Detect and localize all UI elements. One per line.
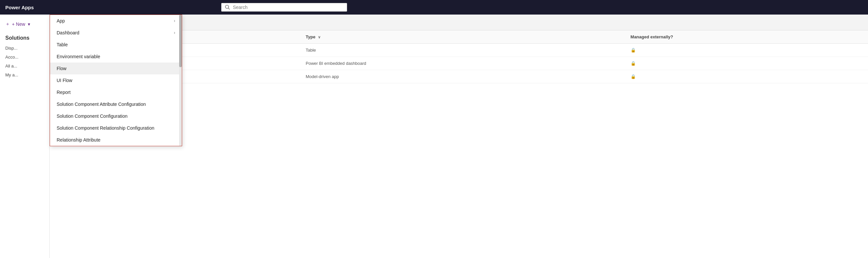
new-button[interactable]: ＋ + New ▾: [0, 19, 49, 30]
dropdown-item-label: Environment variable: [57, 54, 100, 59]
dropdown-item-solution-component-relationship-configuration[interactable]: Solution Component Relationship Configur…: [50, 122, 182, 134]
dropdown-item-flow[interactable]: Flow: [50, 63, 182, 74]
search-icon: [225, 5, 230, 10]
chevron-down-icon: ▾: [28, 22, 30, 27]
dropdown-item-label: Dashboard: [57, 30, 80, 35]
main-layout: ＋ + New ▾ Solutions Disp... Acco... All …: [0, 14, 868, 258]
dropdown-item-table[interactable]: Table: [50, 39, 182, 50]
sidebar-title: Solutions: [0, 30, 49, 44]
chevron-right-icon: ›: [174, 19, 175, 23]
svg-line-1: [228, 8, 230, 10]
row-type: Table: [300, 44, 625, 57]
dropdown-item-label: Flow: [57, 66, 67, 71]
dropdown-item-relationship-attribute[interactable]: Relationship Attribute: [50, 134, 182, 146]
sort-icon: ∨: [318, 35, 320, 39]
dropdown-item-dashboard[interactable]: Dashboard›: [50, 27, 182, 39]
new-button-label: + New: [12, 22, 25, 27]
sidebar: ＋ + New ▾ Solutions Disp... Acco... All …: [0, 14, 50, 258]
scrollbar[interactable]: [179, 15, 182, 146]
dropdown-item-label: Solution Component Attribute Configurati…: [57, 102, 146, 107]
plus-icon: ＋: [5, 21, 10, 27]
row-type: Model-driven app: [300, 70, 625, 83]
search-box[interactable]: [221, 3, 347, 11]
col-managed: Managed externally?: [625, 30, 868, 44]
dropdown-item-app[interactable]: App›: [50, 15, 182, 27]
sidebar-item-disp[interactable]: Disp...: [0, 44, 49, 52]
dropdown-item-ui-flow[interactable]: UI Flow: [50, 74, 182, 86]
dropdown-item-label: Solution Component Configuration: [57, 113, 127, 119]
row-managed: 🔒: [625, 70, 868, 83]
dropdown-item-label: UI Flow: [57, 78, 72, 83]
top-bar: Power Apps: [0, 0, 868, 14]
scrollbar-thumb[interactable]: [179, 15, 182, 67]
sidebar-item-mya[interactable]: My a...: [0, 70, 49, 79]
dropdown-item-label: App: [57, 18, 65, 24]
app-title: Power Apps: [5, 5, 34, 10]
dropdown-item-solution-component-configuration[interactable]: Solution Component Configuration: [50, 110, 182, 122]
row-type: Power BI embedded dashboard: [300, 57, 625, 70]
dropdown-item-environment-variable[interactable]: Environment variable: [50, 50, 182, 63]
col-type[interactable]: Type ∨: [300, 30, 625, 44]
dropdown-item-label: Relationship Attribute: [57, 137, 100, 143]
dropdown-item-label: Table: [57, 42, 67, 47]
chevron-right-icon: ›: [174, 30, 175, 35]
row-managed: 🔒: [625, 57, 868, 70]
row-managed: 🔒: [625, 44, 868, 57]
dropdown-item-report[interactable]: Report: [50, 86, 182, 98]
sidebar-item-acco[interactable]: Acco...: [0, 52, 49, 62]
dropdown-item-label: Report: [57, 89, 70, 95]
dropdown-menu: App›Dashboard›TableEnvironment variableF…: [50, 14, 182, 146]
dropdown-item-solution-component-attribute-configuration[interactable]: Solution Component Attribute Configurati…: [50, 98, 182, 110]
sidebar-item-alla[interactable]: All a...: [0, 62, 49, 70]
search-input[interactable]: [233, 5, 343, 10]
dropdown-item-label: Solution Component Relationship Configur…: [57, 125, 154, 131]
